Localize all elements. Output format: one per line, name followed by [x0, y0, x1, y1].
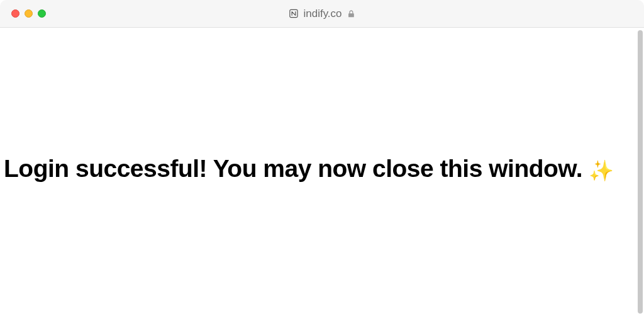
- window-controls: [11, 9, 46, 18]
- message-text: Login successful! You may now close this…: [4, 155, 582, 182]
- site-favicon-icon: [288, 9, 298, 19]
- maximize-window-button[interactable]: [38, 9, 46, 18]
- address-bar[interactable]: indify.co: [288, 8, 355, 20]
- browser-titlebar: indify.co: [0, 0, 644, 28]
- lock-icon: [347, 9, 356, 18]
- vertical-scrollbar[interactable]: [638, 30, 643, 314]
- page-content: Login successful! You may now close this…: [0, 28, 644, 323]
- close-window-button[interactable]: [11, 9, 19, 18]
- address-domain: indify.co: [303, 8, 341, 20]
- login-success-message: Login successful! You may now close this…: [4, 154, 633, 184]
- minimize-window-button[interactable]: [25, 9, 33, 18]
- sparkles-icon: ✨: [589, 159, 614, 182]
